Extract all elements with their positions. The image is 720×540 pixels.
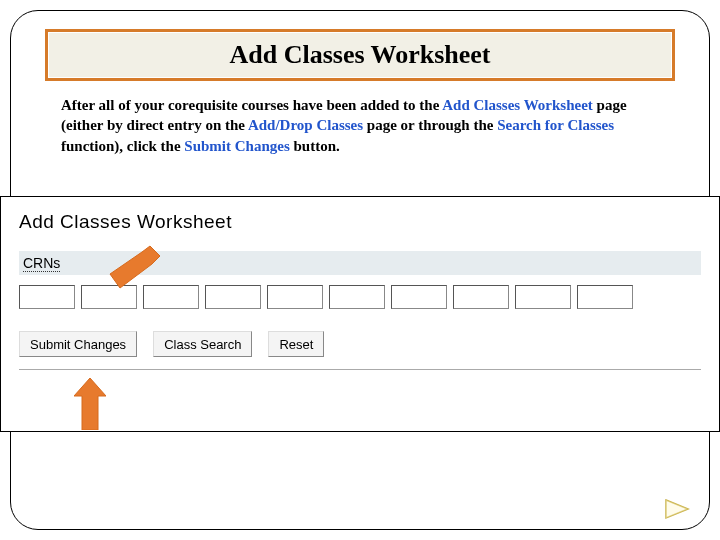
next-slide-icon[interactable] bbox=[664, 498, 690, 520]
button-row: Submit Changes Class Search Reset bbox=[19, 331, 701, 357]
submit-changes-button[interactable]: Submit Changes bbox=[19, 331, 137, 357]
crn-input-7[interactable] bbox=[391, 285, 447, 309]
link-add-drop-classes: Add/Drop Classes bbox=[248, 117, 363, 133]
worksheet-heading: Add Classes Worksheet bbox=[19, 211, 701, 233]
crn-input-9[interactable] bbox=[515, 285, 571, 309]
crn-input-2[interactable] bbox=[81, 285, 137, 309]
crn-input-8[interactable] bbox=[453, 285, 509, 309]
link-search-for-classes: Search for Classes bbox=[497, 117, 614, 133]
crn-input-4[interactable] bbox=[205, 285, 261, 309]
crn-input-row bbox=[19, 285, 701, 309]
intro-text: After all of your corequisite courses ha… bbox=[37, 95, 683, 156]
crn-input-6[interactable] bbox=[329, 285, 385, 309]
divider bbox=[19, 369, 701, 370]
link-add-classes-worksheet: Add Classes Worksheet bbox=[442, 97, 593, 113]
crns-label[interactable]: CRNs bbox=[23, 255, 60, 272]
crn-input-3[interactable] bbox=[143, 285, 199, 309]
crn-input-10[interactable] bbox=[577, 285, 633, 309]
svg-marker-3 bbox=[666, 500, 688, 518]
class-search-button[interactable]: Class Search bbox=[153, 331, 252, 357]
title-box: Add Classes Worksheet bbox=[45, 29, 675, 81]
link-submit-changes: Submit Changes bbox=[184, 138, 289, 154]
crn-input-1[interactable] bbox=[19, 285, 75, 309]
crns-header-row: CRNs bbox=[19, 251, 701, 275]
reset-button[interactable]: Reset bbox=[268, 331, 324, 357]
embedded-screenshot: Add Classes Worksheet CRNs Submit Change… bbox=[0, 196, 720, 432]
crn-input-5[interactable] bbox=[267, 285, 323, 309]
page-title: Add Classes Worksheet bbox=[48, 40, 672, 70]
